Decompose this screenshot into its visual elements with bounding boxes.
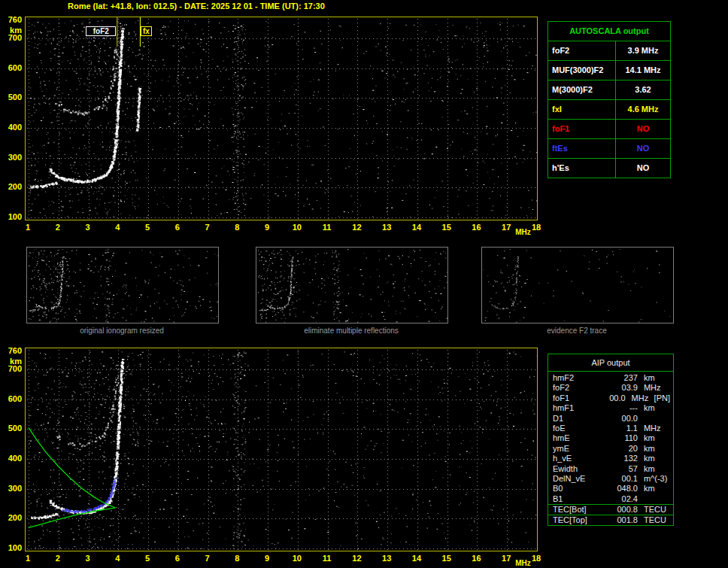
x-tick-label: 6 — [171, 554, 184, 563]
y-axis-unit-label: km — [2, 26, 22, 35]
table-row: ymE 20 km — [548, 444, 673, 454]
table-row: foF1 00.0 MHz [PN] — [548, 393, 673, 403]
param-value: NO — [616, 120, 670, 138]
param-extra — [670, 474, 673, 484]
param-value: 57 — [598, 464, 638, 474]
y-tick-label: 300 — [2, 484, 22, 493]
param-label: MUF(3000)F2 — [548, 61, 616, 80]
param-label: hmF1 — [548, 403, 598, 413]
autoscala-panel-title: AUTOSCALA output — [548, 22, 670, 41]
thumbnail-eliminate-reflections — [256, 247, 448, 323]
param-value: 00.0 — [592, 393, 626, 403]
param-extra — [670, 414, 673, 424]
param-value: 00.1 — [598, 474, 638, 484]
param-label: foF2 — [548, 383, 598, 393]
param-extra — [670, 383, 673, 393]
x-tick-label: 13 — [380, 554, 393, 563]
param-label: D1 — [548, 414, 598, 424]
param-label: B0 — [548, 484, 598, 494]
param-unit: TECU — [638, 515, 670, 525]
y-tick-label: 600 — [2, 63, 22, 72]
x-tick-label: 10 — [290, 223, 304, 232]
table-row: D1 00.0 — [548, 414, 673, 424]
param-unit: MHz — [638, 383, 670, 393]
thumbnail-original-ionogram — [26, 247, 219, 323]
param-unit: m^(-3) — [638, 474, 670, 484]
x-tick-label: 13 — [380, 223, 393, 232]
param-label: fxI — [548, 100, 616, 119]
param-label: hmE — [548, 433, 598, 443]
aip-panel-title: AIP output — [548, 354, 673, 372]
param-label: DelN_vE — [548, 474, 598, 484]
param-value: 4.6 MHz — [616, 100, 670, 119]
x-tick-label: 5 — [141, 554, 154, 563]
param-label: M(3000)F2 — [548, 80, 616, 99]
thumbnail-caption: eliminate multiple reflections — [255, 327, 447, 335]
x-tick-label: 1 — [21, 554, 35, 563]
fof2-marker-label: foF2 — [86, 26, 116, 36]
table-row: foF2 3.9 MHz — [548, 41, 670, 61]
y-tick-label: 500 — [2, 424, 22, 433]
param-value: 03.9 — [598, 383, 638, 393]
y-tick-label: 400 — [2, 123, 22, 132]
param-value: 001.8 — [598, 515, 638, 525]
param-value: 02.4 — [598, 494, 638, 504]
table-row: DelN_vE 00.1 m^(-3) — [548, 474, 673, 484]
param-unit: km — [638, 454, 670, 463]
x-tick-label: 12 — [350, 223, 363, 232]
table-row: ftEs NO — [548, 139, 670, 159]
param-unit: MHz — [626, 393, 654, 403]
x-tick-label: 17 — [499, 554, 513, 563]
param-value: 048.0 — [598, 484, 638, 494]
param-extra — [670, 373, 673, 383]
x-tick-label: 11 — [320, 554, 334, 563]
param-unit: km — [638, 403, 670, 413]
x-tick-label: 9 — [260, 223, 274, 232]
table-row: M(3000)F2 3.62 — [548, 80, 670, 100]
param-unit: km — [638, 433, 670, 443]
table-row: foF1 NO — [548, 120, 670, 139]
x-tick-label: 17 — [499, 223, 513, 232]
table-row: foE 1.1 MHz — [548, 424, 673, 433]
x-tick-label: 5 — [141, 223, 154, 232]
param-unit: km — [638, 373, 670, 383]
x-tick-label: 16 — [469, 554, 483, 563]
param-value: 00.0 — [598, 414, 638, 424]
table-row: fxI 4.6 MHz — [548, 100, 670, 120]
x-tick-label: 10 — [290, 554, 304, 563]
param-label: TEC[Top] — [548, 515, 598, 525]
param-unit: MHz — [638, 424, 670, 433]
x-axis-unit-label: MHz — [515, 228, 538, 236]
param-extra — [670, 515, 673, 525]
x-tick-label: 9 — [260, 554, 274, 563]
param-label: foF1 — [548, 393, 592, 403]
param-extra — [670, 505, 673, 515]
ionogram-plot-top — [25, 17, 538, 220]
y-tick-label: 200 — [2, 513, 22, 522]
table-row: foF2 03.9 MHz — [548, 383, 673, 393]
thumbnail-caption: evidence F2 trace — [481, 327, 673, 335]
table-row: hmF1 --- km — [548, 403, 673, 413]
x-tick-label: 1 — [21, 223, 35, 232]
x-tick-label: 11 — [320, 223, 334, 232]
param-extra: [PN] — [654, 393, 673, 403]
param-label: B1 — [548, 494, 598, 504]
aip-rows: hmF2 237 km foF2 03.9 MHz foF1 00.0 MHz … — [548, 372, 673, 525]
y-tick-label: 400 — [2, 454, 22, 463]
x-tick-label: 3 — [81, 223, 95, 232]
param-value: 20 — [598, 444, 638, 454]
param-label: h_vE — [548, 454, 598, 463]
x-tick-label: 2 — [51, 554, 65, 563]
param-value: 14.1 MHz — [616, 61, 670, 80]
x-tick-label: 2 — [51, 223, 65, 232]
param-value: NO — [616, 159, 670, 178]
param-unit: km — [638, 464, 670, 474]
table-row: hmE 110 km — [548, 433, 673, 443]
param-label: TEC[Bot] — [548, 505, 598, 515]
y-tick-label: 200 — [2, 182, 22, 191]
param-value: 132 — [598, 454, 638, 463]
table-row: Ewidth 57 km — [548, 464, 673, 474]
param-label: ftEs — [548, 139, 616, 158]
param-unit — [638, 414, 670, 424]
param-value: 3.9 MHz — [616, 41, 670, 60]
